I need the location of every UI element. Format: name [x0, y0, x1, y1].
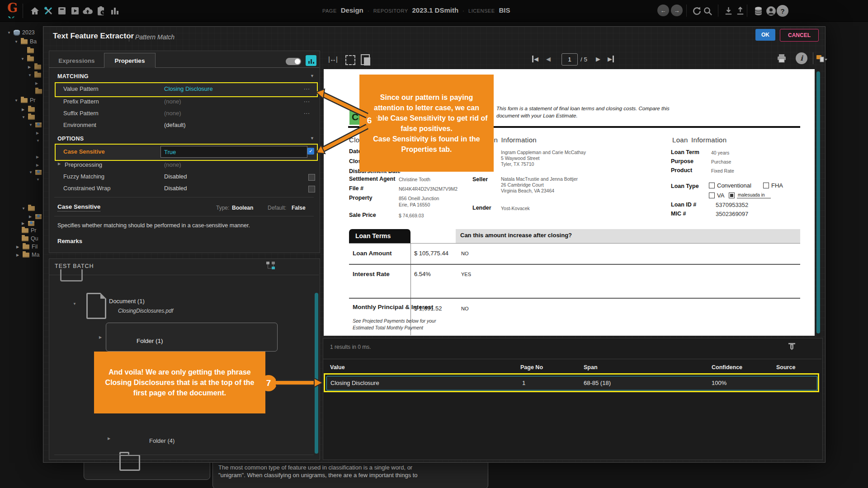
first-page-icon[interactable]: ◀	[532, 56, 538, 62]
tree-item[interactable]: ▼	[29, 169, 42, 175]
tree-item[interactable]: ▶	[22, 106, 35, 113]
tree-item[interactable]	[27, 47, 34, 54]
advanced-toggle[interactable]	[286, 58, 301, 65]
hierarchy-view-icon[interactable]	[266, 261, 276, 270]
fuzzy-matching-value[interactable]: Disabled	[164, 173, 187, 180]
suffix-pattern-value[interactable]: (none)	[164, 110, 181, 117]
cancel-button[interactable]: CANCEL	[780, 29, 819, 42]
test-results-chart-button[interactable]	[306, 55, 316, 66]
document-icon[interactable]	[86, 293, 106, 319]
download-icon[interactable]	[722, 5, 734, 17]
preprocessing-label[interactable]: Preprocessing	[65, 161, 102, 168]
tree-item[interactable]: ▶	[36, 162, 40, 168]
tree-item[interactable]: ▼2023	[7, 29, 35, 36]
tree-item[interactable]: ▼	[28, 72, 41, 78]
upload-icon[interactable]	[734, 5, 746, 17]
export-view-icon[interactable]	[816, 53, 828, 66]
tree-item[interactable]: ▼	[36, 176, 40, 183]
folder1-selection-box[interactable]	[106, 323, 278, 352]
tab-expressions[interactable]: Expressions	[51, 53, 103, 68]
tree-item[interactable]: ▶	[36, 154, 40, 160]
print-icon[interactable]	[776, 53, 788, 66]
case-sensitive-checkbox[interactable]: ✓	[307, 148, 314, 155]
folder4-label[interactable]: Folder (4)	[149, 437, 175, 444]
case-sensitive-label[interactable]: Case Sensitive	[63, 148, 105, 155]
document-filename[interactable]: ClosingDisclosures.pdf	[118, 308, 173, 314]
column-header-source[interactable]: Source	[776, 364, 795, 371]
home-icon[interactable]	[29, 5, 41, 17]
value-pattern-more-button[interactable]: ...	[304, 84, 310, 91]
result-row[interactable]	[326, 376, 817, 390]
bar-chart-icon[interactable]	[109, 5, 121, 17]
suffix-pattern-label[interactable]: Suffix Pattern	[63, 110, 99, 117]
last-page-icon[interactable]: ▶	[608, 56, 614, 62]
suffix-pattern-more-button[interactable]: ...	[304, 108, 310, 115]
prefix-pattern-value[interactable]: (none)	[164, 98, 181, 105]
column-header-value[interactable]: Value	[330, 364, 345, 371]
tree-item[interactable]: ▼	[21, 56, 34, 62]
expand-arrow-icon[interactable]: ▶	[58, 162, 62, 166]
fuzzy-matching-checkbox[interactable]	[308, 174, 315, 181]
tree-item[interactable]: ▼	[36, 137, 40, 144]
app-logo[interactable]: G	[7, 1, 18, 15]
refresh-icon[interactable]	[691, 5, 703, 17]
forward-icon[interactable]: →	[671, 5, 683, 16]
collapse-chevron-icon[interactable]: ▼	[310, 136, 314, 141]
tree-item[interactable]: ▶	[28, 64, 41, 70]
help-icon[interactable]: ?	[777, 5, 788, 17]
info-icon[interactable]: i	[796, 52, 807, 64]
column-header-page[interactable]: Page No	[520, 364, 543, 371]
tree-item[interactable]: ▶Ma	[16, 252, 39, 258]
constrained-wrap-label[interactable]: Constrained Wrap	[63, 185, 111, 192]
user-icon[interactable]	[765, 5, 777, 17]
tree-item[interactable]: ▶	[22, 220, 34, 226]
folder1-label[interactable]: Folder (1)	[137, 338, 163, 344]
tree-item[interactable]: ▶	[29, 213, 42, 220]
value-pattern-value[interactable]: Closing Disclosure	[164, 85, 213, 92]
database-icon[interactable]	[752, 5, 764, 17]
ok-button[interactable]: OK	[755, 29, 775, 41]
column-header-span[interactable]: Span	[584, 364, 598, 371]
expand-caret-icon[interactable]: ▶	[108, 436, 112, 441]
constrained-wrap-value[interactable]: Disabled	[164, 185, 187, 192]
tools-icon[interactable]	[42, 5, 54, 17]
pages-copy-icon[interactable]	[361, 54, 370, 65]
tree-item[interactable]: ▼Ba	[14, 38, 37, 45]
environment-label[interactable]: Environment	[63, 122, 96, 128]
collapse-caret-icon[interactable]: ▼	[73, 302, 77, 306]
tree-item[interactable]: Qu	[22, 235, 38, 242]
tree-item[interactable]: Pr	[22, 227, 37, 234]
case-sensitive-input[interactable]: True	[160, 146, 307, 158]
tab-properties[interactable]: Properties	[104, 53, 156, 68]
partial-folder-icon[interactable]	[119, 455, 140, 471]
viewer-scrollbar[interactable]	[816, 71, 820, 333]
prefix-pattern-label[interactable]: Prefix Pattern	[63, 98, 99, 105]
test-batch-scrollbar[interactable]	[315, 293, 318, 454]
prefix-pattern-more-button[interactable]: ...	[304, 97, 310, 103]
tree-item[interactable]: ▼	[22, 114, 35, 120]
fit-width-icon[interactable]: |↔|	[328, 55, 337, 63]
tree-item[interactable]	[35, 88, 42, 94]
clear-results-icon[interactable]	[788, 342, 796, 353]
clipboard-clock-icon[interactable]	[95, 5, 107, 17]
archive-box-icon[interactable]	[56, 5, 68, 17]
preprocessing-value[interactable]: (none)	[164, 161, 181, 168]
cloud-upload-icon[interactable]	[82, 5, 94, 17]
document-node-label[interactable]: Document (1)	[109, 298, 145, 305]
options-section-header[interactable]: OPTIONS	[57, 136, 84, 142]
matching-section-header[interactable]: MATCHING	[57, 73, 89, 80]
fuzzy-matching-label[interactable]: Fuzzy Matching	[63, 173, 104, 180]
tree-item[interactable]: ▼Pr	[14, 97, 36, 103]
tree-item[interactable]: ▼	[29, 122, 42, 128]
back-icon[interactable]: ←	[657, 5, 669, 16]
expand-caret-icon[interactable]: ▶	[99, 335, 103, 339]
marquee-select-icon[interactable]	[345, 55, 355, 65]
environment-value[interactable]: (default)	[164, 122, 186, 128]
tree-item[interactable]: ▼	[22, 205, 35, 211]
next-page-icon[interactable]: ▶	[596, 56, 600, 62]
tree-item[interactable]: ▶	[36, 130, 40, 136]
value-pattern-label[interactable]: Value Pattern	[63, 85, 99, 92]
media-box-icon[interactable]	[69, 5, 81, 17]
search-icon[interactable]	[702, 5, 713, 17]
constrained-wrap-checkbox[interactable]	[308, 186, 315, 192]
